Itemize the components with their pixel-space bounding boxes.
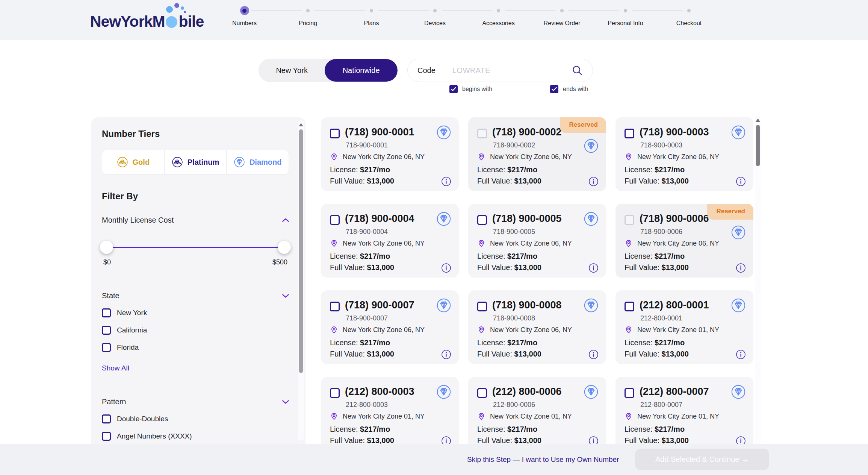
sidebar-scrollbar-thumb[interactable]	[299, 129, 303, 373]
scroll-up-arrow-icon[interactable]	[299, 123, 303, 126]
zone-text: New York City Zone 06, NY	[637, 240, 719, 247]
grid-scrollbar-thumb[interactable]	[756, 125, 760, 166]
license-label: License:	[477, 252, 505, 260]
checkbox-checked[interactable]	[550, 85, 558, 93]
info-icon[interactable]	[588, 349, 599, 360]
checkbox-label: Angel Numbers (XXXX)	[117, 432, 192, 440]
number-select-checkbox[interactable]	[330, 129, 340, 138]
license-value: $217/mo	[360, 425, 390, 433]
slider-handle-max[interactable]	[278, 241, 291, 254]
state-option-florida[interactable]: Florida	[102, 343, 289, 352]
license-label: License:	[330, 252, 358, 260]
tier-button-gold[interactable]: Gold	[102, 150, 164, 174]
checkbox-label: California	[117, 326, 147, 334]
number-tiers-title: Number Tiers	[102, 129, 289, 139]
add-selected-continue-button[interactable]: Add Selected & Continue →	[635, 449, 769, 470]
location-pin-icon	[477, 326, 485, 334]
region-option-nationwide[interactable]: Nationwide	[325, 59, 398, 82]
location-pin-icon	[330, 326, 338, 334]
full-value-amount: $13,000	[514, 177, 541, 185]
info-icon[interactable]	[736, 263, 746, 273]
phone-number: (718) 900-0003	[640, 126, 709, 138]
info-icon[interactable]	[441, 263, 451, 273]
number-select-checkbox[interactable]	[330, 302, 340, 311]
filter-begins-with[interactable]: begins with	[449, 85, 492, 93]
show-all-link[interactable]: Show All	[102, 364, 129, 372]
slider-handle-min[interactable]	[100, 241, 113, 254]
chevron-down-icon	[282, 294, 289, 298]
info-icon[interactable]	[588, 176, 599, 187]
checkbox-label: Double-Doubles	[117, 415, 168, 423]
number-select-checkbox[interactable]	[477, 215, 487, 225]
location-pin-icon	[330, 412, 338, 420]
number-select-checkbox[interactable]	[625, 302, 634, 311]
number-select-checkbox[interactable]	[477, 302, 487, 311]
full-value-label: Full Value:	[330, 436, 365, 444]
full-value-line: Full Value: $13,000	[477, 350, 541, 358]
license-label: License:	[477, 338, 505, 347]
license-label: License:	[330, 165, 358, 174]
phone-number: (212) 800-0001	[640, 299, 709, 311]
pattern-option-angel-numbers-xxxx[interactable]: Angel Numbers (XXXX)	[102, 432, 289, 441]
info-icon[interactable]	[441, 176, 451, 187]
license-line: License: $217/mo	[477, 425, 537, 434]
region-option-new-york[interactable]: New York	[259, 59, 325, 82]
pattern-option-double-doubles[interactable]: Double-Doubles	[102, 414, 289, 423]
full-value-label: Full Value:	[477, 350, 512, 358]
info-icon[interactable]	[441, 436, 451, 444]
info-icon[interactable]	[441, 349, 451, 360]
stepper-step-pricing[interactable]: Pricing	[276, 6, 340, 27]
stepper-step-devices[interactable]: Devices	[403, 6, 467, 27]
number-card-212-800-0007: (212) 800-0007212-800-0007New York City …	[615, 377, 753, 444]
number-card-718-900-0007: (718) 900-0007718-900-0007New York City …	[321, 290, 459, 364]
filter-ends-with[interactable]: ends with	[550, 85, 588, 93]
code-search-input[interactable]	[452, 66, 572, 75]
checkbox-unchecked[interactable]	[102, 308, 111, 317]
phone-number: (718) 900-0001	[345, 126, 414, 138]
stepper-step-checkout[interactable]: Checkout	[657, 6, 721, 27]
checkbox-unchecked[interactable]	[102, 432, 111, 441]
full-value-line: Full Value: $13,000	[625, 436, 689, 444]
skip-step-link[interactable]: Skip this Step — I want to Use my Own Nu…	[467, 455, 619, 464]
region-toggle: New YorkNationwide	[259, 59, 398, 82]
license-cost-section-header[interactable]: Monthly License Cost	[102, 216, 289, 225]
number-select-checkbox[interactable]	[625, 129, 634, 138]
step-label: Accessories	[482, 20, 514, 27]
diamond-tier-icon	[584, 138, 599, 153]
info-icon[interactable]	[588, 263, 599, 273]
stepper-step-review-order[interactable]: Review Order	[530, 6, 594, 27]
info-icon[interactable]	[736, 176, 746, 187]
number-card-718-900-0006: (718) 900-0006718-900-0006ReservedNew Yo…	[615, 204, 753, 278]
state-option-new-york[interactable]: New York	[102, 308, 289, 317]
tier-button-diamond[interactable]: Diamond	[226, 150, 289, 174]
stepper-step-accessories[interactable]: Accessories	[467, 6, 530, 27]
number-select-checkbox[interactable]	[330, 215, 340, 225]
checkbox-unchecked[interactable]	[102, 326, 111, 335]
platinum-ingot-icon	[172, 156, 183, 168]
state-title: State	[102, 291, 119, 300]
stepper-step-personal-info[interactable]: Personal Info	[594, 6, 657, 27]
number-select-checkbox[interactable]	[625, 388, 634, 398]
info-icon[interactable]	[588, 436, 599, 444]
scroll-up-arrow-icon[interactable]	[756, 118, 760, 122]
zone-text: New York City Zone 01, NY	[490, 413, 572, 420]
search-icon[interactable]	[572, 65, 583, 76]
info-icon[interactable]	[736, 436, 746, 444]
full-value-amount: $13,000	[367, 350, 394, 358]
full-value-label: Full Value:	[477, 263, 512, 272]
checkbox-checked[interactable]	[449, 85, 458, 93]
number-select-checkbox[interactable]	[330, 388, 340, 398]
state-section-header[interactable]: State	[102, 291, 289, 300]
tier-button-platinum[interactable]: Platinum	[164, 150, 227, 174]
state-option-california[interactable]: California	[102, 326, 289, 335]
stepper-step-plans[interactable]: Plans	[340, 6, 403, 27]
number-select-checkbox[interactable]	[477, 388, 487, 398]
pattern-section-header[interactable]: Pattern	[102, 398, 289, 406]
checkbox-unchecked[interactable]	[102, 414, 111, 423]
alt-phone-number: 718-900-0006	[640, 228, 682, 236]
alt-phone-number: 718-900-0001	[346, 141, 388, 149]
stepper-step-numbers[interactable]: Numbers	[213, 6, 276, 27]
diamond-tier-icon	[436, 211, 451, 226]
checkbox-unchecked[interactable]	[102, 343, 111, 352]
info-icon[interactable]	[736, 349, 746, 360]
